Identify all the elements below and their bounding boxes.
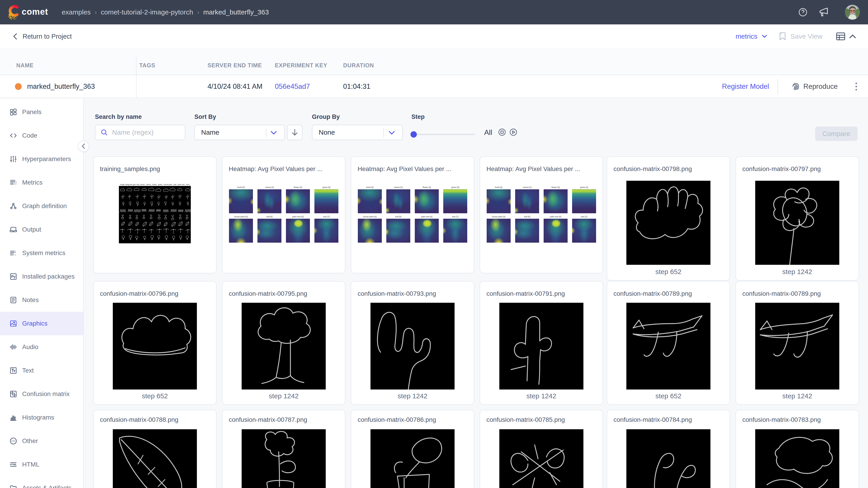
svg-text:Py: Py: [11, 275, 16, 279]
svg-text:HTML: HTML: [10, 463, 17, 466]
